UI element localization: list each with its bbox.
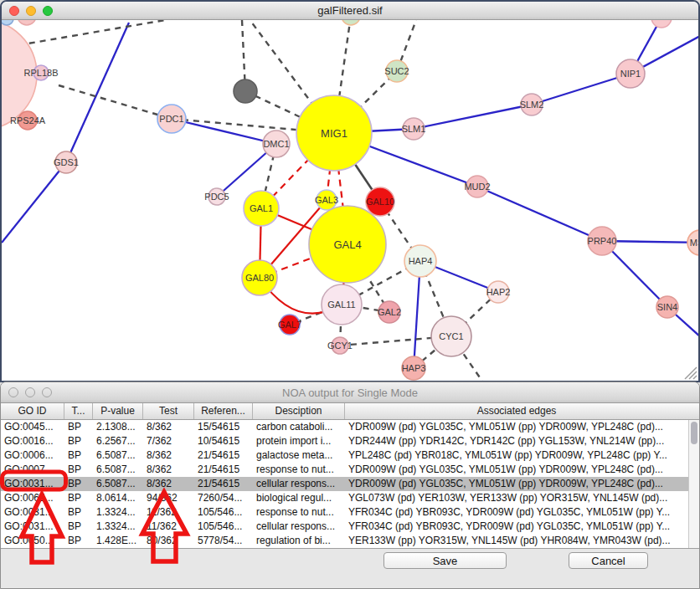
cell: BP [64,534,93,548]
node-label-pdc5: PDC5 [204,192,229,202]
column-header-p-value[interactable]: P-value [93,403,143,419]
table-row[interactable]: GO:0007...BP6.5087...8/36221/54615respon… [1,463,688,477]
table-scrollbar[interactable] [688,420,699,548]
table-row[interactable]: GO:0045...BP2.1308...8/36215/54615carbon… [1,420,688,434]
edge-dark-dash [59,85,172,119]
cell: 6.5087... [93,448,143,463]
cell: BP [64,434,93,448]
node-label-nip1: NIP1 [620,69,641,79]
cell: 11/362 [143,505,194,520]
cell: 21/54615 [194,477,253,491]
node-frag_top[interactable] [342,20,360,25]
column-header-desciption[interactable]: Desciption [253,403,345,419]
cell: biological regul... [253,491,345,505]
node-label-slm1: SLM1 [402,124,426,134]
cell: GO:0065... [1,491,64,505]
column-header-go-id[interactable]: GO ID [1,403,64,419]
cell: 6.5087... [93,477,143,491]
edge-dark-dash [18,20,165,45]
column-header-referen[interactable]: Referen... [194,403,253,419]
node-label-hap4: HAP4 [409,256,433,266]
resize-grip-icon[interactable] [689,371,697,379]
cell: BP [64,520,93,534]
network-window-titlebar[interactable]: galFiltered.sif [2,2,698,20]
cell: 15/54615 [194,420,253,434]
cell: 10/54615 [194,434,253,448]
cell: 1.3324... [93,505,143,520]
node-label-gal1: GAL1 [250,203,273,213]
cell: GO:0050... [1,534,64,548]
cell: YDR009W (pd) YGL035C, YML051W (pp) YDR00… [345,420,688,434]
cell: 11/362 [143,520,194,534]
cell: GO:0045... [1,420,64,434]
table-row[interactable]: GO:0006...BP6.5087...8/36221/54615galact… [1,448,688,463]
column-header-associated-edges[interactable]: Associated edges [345,403,688,419]
node-label-gal2: GAL2 [378,307,401,317]
cell: 105/546... [194,505,253,520]
cell: 7/362 [143,434,194,448]
node-gray1[interactable] [234,79,257,103]
node-label-rpl18b: RPL18B [24,68,59,78]
node-frag_tr[interactable] [651,20,672,28]
node-label-hap3: HAP3 [402,363,426,373]
edge-blue [172,119,276,144]
cell: 1.428E... [93,534,143,548]
cell: 8.0614... [93,491,143,505]
node-label-gds1: GDS1 [54,157,79,167]
node-label-rps24a: RPS24A [10,115,46,125]
node-label-slm2: SLM2 [520,100,544,110]
cell: YDR009W (pd) YGL035C, YML051W (pp) YDR00… [345,463,688,477]
cell: 94/362 [143,491,194,505]
node-label-prp40: PRP40 [588,236,617,246]
table-row[interactable]: GO:0031...BP1.3324...11/362105/546...cel… [1,520,688,534]
save-button[interactable]: Save [383,552,507,569]
cell: 8/362 [143,463,194,477]
cell: YFR034C (pd) YBR093C, YDR009W (pd) YGL03… [345,505,688,520]
node-label-dmc1: DMC1 [263,139,289,149]
network-graph: RPL18BRPS24AGDS1PDC1PDC5MIG1DMC1SUC2SLM1… [2,20,698,381]
network-window-title: galFiltered.sif [2,4,698,17]
column-header-t[interactable]: T... [64,403,93,419]
table-row[interactable]: GO:0016...BP6.2567...7/36210/54615protei… [1,434,688,448]
node-label-gal3: GAL3 [315,195,338,205]
edge-blue [66,23,129,162]
node-label-gal10: GAL10 [366,197,394,207]
node-label-hap2: HAP2 [486,287,511,297]
network-window: galFiltered.sif RPL18BRPS24AGDS1PDC1PDC5… [0,0,700,382]
table-header: GO IDT...P-valueTestReferen...Desciption… [1,403,699,420]
scrollbar-thumb[interactable] [691,422,697,444]
column-header-test[interactable]: Test [143,403,194,419]
resize-grip-icon[interactable] [693,376,697,379]
cell: YER133W (pp) YOR315W, YNL145W (pd) YHR08… [345,534,688,548]
cell: BP [64,505,93,520]
cell: BP [64,477,93,491]
node-label-gal4: GAL4 [333,238,361,251]
cancel-button[interactable]: Cancel [569,552,648,569]
cell: response to nut... [253,463,345,477]
cell: 2.1308... [93,420,143,434]
cell: BP [64,491,93,505]
cell: 21/54615 [194,463,253,477]
node-label-gcy1: GCY1 [327,341,353,351]
node-label-pdc1: PDC1 [159,114,183,124]
cell: 7260/54... [194,491,253,505]
cell: YDR244W (pp) YDR142C, YDR142C (pp) YGL15… [345,434,688,448]
table-row-selected[interactable]: GO:0031...BP6.5087...8/36221/54615cellul… [1,477,688,491]
node-label-gal7: GAL7 [278,320,301,330]
network-canvas[interactable]: RPL18BRPS24AGDS1PDC1PDC5MIG1DMC1SUC2SLM1… [2,20,698,381]
cell: 8/362 [143,420,194,434]
cell: 21/54615 [194,448,253,463]
node-frag_tlb[interactable] [2,20,13,25]
edge-blue [532,74,631,105]
cell: GO:0007... [1,463,64,477]
cell: YDR009W (pd) YGL035C, YML051W (pp) YDR00… [345,477,688,491]
table-row[interactable]: GO:0031...BP1.3324...11/362105/546...res… [1,505,688,520]
noa-window-titlebar[interactable]: NOA output for Single Mode [1,382,699,403]
node-frag_tlp[interactable] [18,20,36,25]
node-label-mud2: MUD2 [464,182,490,192]
cell: BP [64,463,93,477]
table-row[interactable]: GO:0065...BP8.0614...94/3627260/54...bio… [1,491,688,505]
table-row[interactable]: GO:0050...BP1.428E...80/3625778/54...reg… [1,534,688,548]
cell: YGL073W (pd) YER103W, YER133W (pp) YOR31… [345,491,688,505]
edge-blue [414,105,532,129]
